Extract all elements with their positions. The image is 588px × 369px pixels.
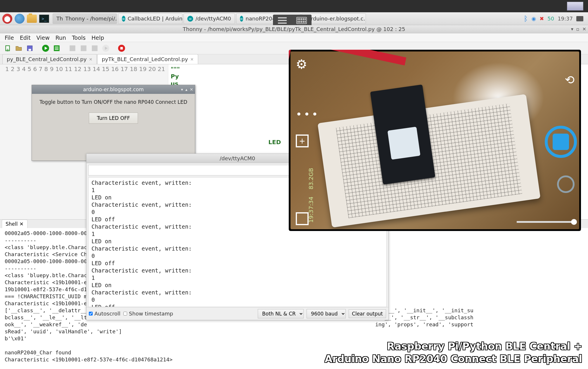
- tk-close-button[interactable]: ✕: [190, 87, 193, 92]
- menu-tools[interactable]: Tools: [70, 34, 88, 42]
- open-file-button[interactable]: [14, 44, 23, 53]
- camera-timestamp-overlay: 19:37:34 83.2GB: [307, 168, 314, 223]
- close-tab-icon[interactable]: ✕: [89, 57, 92, 62]
- caption-line-1: Raspberry Pi/Python BLE Central +: [325, 340, 582, 353]
- keyboard-icon: [296, 17, 307, 24]
- thonny-title: Thonny - /home/pi/worksPy/py_BLE/BLE/pyT…: [183, 26, 405, 32]
- timestamp-checkbox[interactable]: Show timestamp: [123, 311, 173, 317]
- window-buttons: ▾ ▫ ✕: [571, 26, 586, 32]
- task-thonny[interactable]: ThThonny - /home/pi/...: [53, 13, 117, 24]
- bluetooth-icon[interactable]: ᛒ: [524, 15, 528, 23]
- camera-exposure-icon[interactable]: +: [296, 135, 309, 147]
- wifi-icon[interactable]: ◉: [531, 15, 536, 22]
- close-tab-icon[interactable]: ✕: [190, 57, 194, 62]
- camera-fullscreen-icon[interactable]: [296, 212, 309, 225]
- autoscroll-checkbox[interactable]: Autoscroll: [89, 311, 120, 317]
- editor-tab-0[interactable]: py_BLE_Central_LedControl.py✕: [2, 54, 97, 64]
- menu-view[interactable]: View: [34, 34, 52, 42]
- serial-title: /dev/ttyACM0: [220, 155, 255, 161]
- outer-frame-top: [0, 0, 588, 12]
- camera-settings-icon[interactable]: ⚙: [296, 57, 307, 72]
- svg-rect-8: [92, 45, 98, 51]
- svg-rect-11: [120, 47, 123, 49]
- sd-card-icon[interactable]: [576, 16, 583, 21]
- thonny-task-icon: Th: [56, 15, 63, 22]
- video-caption: Raspberry Pi/Python BLE Central + Arduin…: [325, 340, 582, 365]
- debug-button[interactable]: [52, 44, 61, 53]
- step-out-button[interactable]: [90, 44, 99, 53]
- thonny-menubar: File Edit View Run Tools Help: [0, 33, 588, 42]
- tk-dialog-title: arduino-er.blogspot.com: [83, 87, 143, 92]
- baud-select[interactable]: 9600 baud: [307, 309, 346, 318]
- system-tray: ᛒ ◉ ✖ 50 19:37: [524, 15, 586, 23]
- camera-more-icon[interactable]: •••: [296, 108, 320, 120]
- clock[interactable]: 19:37: [558, 15, 573, 22]
- stop-button[interactable]: [117, 44, 126, 53]
- save-file-button[interactable]: [25, 44, 34, 53]
- camera-zoom-slider[interactable]: [517, 221, 575, 223]
- svg-rect-6: [70, 45, 75, 51]
- file-manager-launcher-icon[interactable]: [27, 15, 37, 23]
- shell-tab[interactable]: Shell✕: [2, 220, 27, 228]
- tk-dialog-message: Toggle button to Turn ON/OFF the nano RP…: [32, 94, 195, 105]
- raspberry-menu-icon[interactable]: ⬤: [2, 14, 12, 24]
- svg-rect-7: [81, 45, 87, 51]
- serial-footer: Autoscroll Show timestamp Both NL & CR 9…: [87, 307, 388, 320]
- task-arduino-callbackled[interactable]: ∞CallbackLED | Arduin...: [118, 13, 182, 24]
- editor-tab-1[interactable]: pyTk_BLE_Central_LedControl.py✕: [97, 54, 198, 64]
- line-ending-select[interactable]: Both NL & CR: [258, 309, 304, 318]
- new-file-button[interactable]: +: [3, 44, 12, 53]
- tk-minimize-button[interactable]: ▾: [181, 87, 183, 92]
- battery-percent[interactable]: 50: [547, 15, 554, 22]
- caption-line-2: Arduino Nano RP2040 Connect BLE Peripher…: [325, 353, 582, 365]
- arduino-icon: ∞: [122, 16, 125, 22]
- step-over-button[interactable]: [68, 44, 77, 53]
- camera-switch-icon[interactable]: ⟲: [565, 73, 575, 87]
- thonny-titlebar: Thonny - /home/pi/worksPy/py_BLE/BLE/pyT…: [0, 25, 588, 33]
- svg-rect-3: [29, 49, 31, 51]
- volume-mute-icon[interactable]: ✖: [539, 15, 544, 22]
- tk-maximize-button[interactable]: ▴: [185, 87, 187, 92]
- close-button[interactable]: ✕: [582, 26, 586, 32]
- arduino-icon: ∞: [240, 16, 243, 22]
- close-shell-icon[interactable]: ✕: [19, 221, 23, 227]
- resume-button[interactable]: [101, 44, 110, 53]
- maximize-button[interactable]: ▫: [576, 26, 580, 32]
- tk-dialog-window: arduino-er.blogspot.com ▾ ▴ ✕ Toggle but…: [32, 85, 195, 161]
- menu-edit[interactable]: Edit: [18, 34, 33, 42]
- camera-preview-window: ⚙ ••• + 19:37:34 83.2GB ⟲: [289, 50, 581, 231]
- menu-file[interactable]: File: [2, 34, 16, 42]
- menu-help[interactable]: Help: [89, 34, 106, 42]
- terminal-launcher-icon[interactable]: >_: [39, 15, 49, 23]
- panel-applet-switcher[interactable]: [273, 15, 312, 26]
- menu-run[interactable]: Run: [53, 34, 68, 42]
- camera-shutter-button[interactable]: [545, 126, 577, 158]
- thumbnail-preview: [567, 2, 583, 11]
- task-serial-monitor[interactable]: ∞/dev/ttyACM0: [184, 13, 235, 24]
- camera-mode-icon[interactable]: [557, 175, 575, 193]
- clear-output-button[interactable]: Clear output: [349, 309, 386, 318]
- svg-text:+: +: [6, 47, 10, 52]
- turn-led-off-button[interactable]: Turn LED OFF: [89, 113, 138, 124]
- arduino-icon: ∞: [187, 16, 193, 22]
- step-into-button[interactable]: [79, 44, 88, 53]
- browser-launcher-icon[interactable]: [15, 14, 25, 24]
- run-button[interactable]: [41, 44, 50, 53]
- tk-dialog-titlebar[interactable]: arduino-er.blogspot.com ▾ ▴ ✕: [32, 85, 195, 94]
- minimize-button[interactable]: ▾: [571, 26, 573, 32]
- menu-lines-icon: [278, 17, 287, 24]
